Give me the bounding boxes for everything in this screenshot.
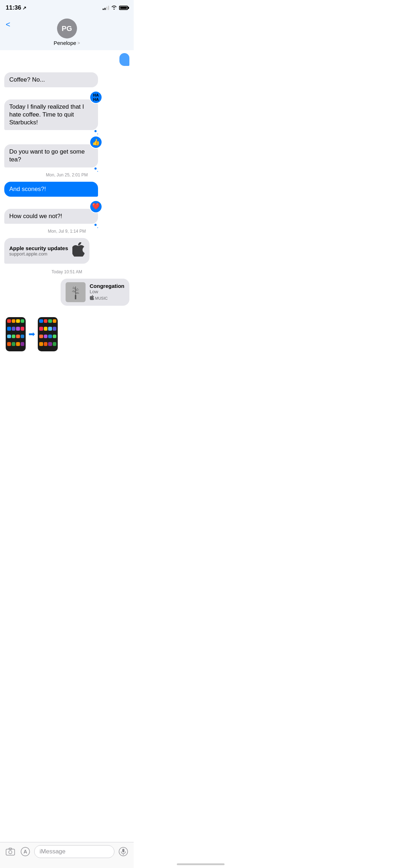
app-dot: [44, 342, 48, 346]
message-text: How could we not?!: [9, 213, 62, 219]
apple-music-logo-icon: [90, 295, 94, 301]
music-info: Congregation Low MUSIC: [90, 283, 125, 301]
chat-header: < PG Penelope >: [0, 16, 134, 50]
signal-bar-2: [104, 8, 106, 10]
received-message-2[interactable]: Today I finally realized that I hate cof…: [4, 99, 98, 130]
app-dot: [16, 319, 20, 323]
signal-bar-1: [103, 9, 104, 10]
app-dot: [12, 342, 16, 346]
app-dot: [16, 327, 20, 331]
transfer-arrow-icon: ➡: [29, 330, 35, 339]
message-text: And scones?!: [9, 186, 46, 192]
received-message-4[interactable]: How could we not?! ❤️: [4, 209, 98, 224]
tapback-dot-3: [94, 167, 97, 170]
received-message-1[interactable]: Coffee? No...: [4, 72, 98, 87]
timestamp-text: Today 10:51 AM: [51, 269, 82, 274]
back-button[interactable]: <: [3, 19, 13, 31]
message-row: Today I finally realized that I hate cof…: [4, 99, 129, 130]
svg-line-9: [76, 293, 79, 294]
svg-line-7: [72, 291, 76, 292]
app-dot: [21, 342, 25, 346]
app-dot: [44, 319, 48, 323]
signal-bar-3: [106, 7, 107, 10]
music-message-row: Congregation Low MUSIC: [4, 279, 129, 306]
phone-from: [6, 317, 26, 351]
app-dot: [48, 335, 52, 339]
message-row: And scones?!: [4, 182, 129, 197]
chat-area: Coffee? No... Today I finally realized t…: [0, 50, 134, 388]
contact-name-label: Penelope: [54, 40, 76, 46]
link-message[interactable]: Apple security updates support.apple.com: [4, 238, 89, 264]
svg-line-8: [76, 292, 78, 293]
app-dot: [39, 327, 43, 331]
phone-to: [38, 317, 58, 351]
tapback-dot-4: [97, 170, 99, 172]
status-time: 11:36 ↗: [6, 4, 26, 11]
wifi-icon: [111, 5, 117, 11]
message-row: How could we not?! ❤️: [4, 209, 129, 224]
music-message[interactable]: Congregation Low MUSIC: [61, 279, 130, 306]
received-message-3[interactable]: Do you want to go get some tea? 👍: [4, 144, 98, 167]
app-dot: [21, 319, 25, 323]
apple-logo-icon: [72, 242, 84, 259]
app-dot: [7, 327, 11, 331]
phone-transfer-image: ➡: [4, 314, 129, 353]
music-artwork: [66, 282, 86, 302]
timestamp-text: Mon, Jun 25, 2:01 PM: [46, 172, 88, 177]
music-service: MUSIC: [90, 295, 125, 301]
app-dot: [48, 319, 52, 323]
svg-rect-0: [75, 295, 76, 299]
app-dot: [7, 319, 11, 323]
tapback-thumbsup: 👍: [89, 136, 102, 149]
battery-fill: [120, 7, 127, 9]
link-text-area: Apple security updates support.apple.com: [9, 245, 68, 257]
app-dot: [16, 335, 20, 339]
battery-icon: [119, 6, 128, 10]
app-dot: [53, 327, 57, 331]
message-row: Do you want to go get some tea? 👍: [4, 144, 129, 167]
app-dot: [39, 319, 43, 323]
app-dot: [48, 342, 52, 346]
app-dot: [16, 342, 20, 346]
link-url: support.apple.com: [9, 251, 68, 257]
app-dot: [21, 335, 25, 339]
app-dot: [39, 342, 43, 346]
signal-bar-4: [108, 6, 109, 10]
contact-name-row[interactable]: Penelope >: [54, 40, 80, 46]
tapback-dot-5: [94, 223, 97, 227]
app-dot: [53, 319, 57, 323]
app-dot: [48, 327, 52, 331]
chevron-right-icon: >: [77, 40, 80, 46]
app-dot: [7, 335, 11, 339]
app-dot: [7, 342, 11, 346]
message-text: Today I finally realized that I hate cof…: [9, 103, 84, 126]
app-dot: [53, 342, 57, 346]
sent-bubble-partial: [119, 53, 129, 66]
message-text: Coffee? No...: [9, 76, 45, 83]
link-title: Apple security updates: [9, 245, 68, 251]
time-label: 11:36: [6, 4, 21, 11]
tapback-heart: ❤️: [89, 200, 102, 213]
music-service-label: MUSIC: [95, 296, 108, 300]
sent-message-1[interactable]: And scones?!: [4, 182, 98, 197]
app-dot: [12, 327, 16, 331]
avatar: PG: [57, 19, 77, 38]
svg-line-6: [73, 290, 76, 291]
app-dot: [44, 327, 48, 331]
app-dot: [21, 327, 25, 331]
svg-line-4: [76, 288, 78, 290]
music-title: Congregation: [90, 283, 125, 289]
timestamp-1: Mon, Jun 25, 2:01 PM: [4, 172, 129, 177]
app-dot: [12, 335, 16, 339]
app-dot: [12, 319, 16, 323]
message-text: Do you want to go get some tea?: [9, 148, 85, 163]
timestamp-text: Mon, Jul 9, 1:14 PM: [48, 229, 86, 234]
message-row: Coffee? No...: [4, 72, 129, 87]
location-icon: ↗: [22, 5, 26, 11]
timestamp-3: Today 10:51 AM: [4, 269, 129, 274]
status-bar: 11:36 ↗: [0, 0, 134, 16]
tapback-dot-6: [97, 227, 99, 229]
status-icons: [103, 5, 128, 11]
music-artist: Low: [90, 289, 125, 294]
timestamp-2: Mon, Jul 9, 1:14 PM: [4, 229, 129, 234]
